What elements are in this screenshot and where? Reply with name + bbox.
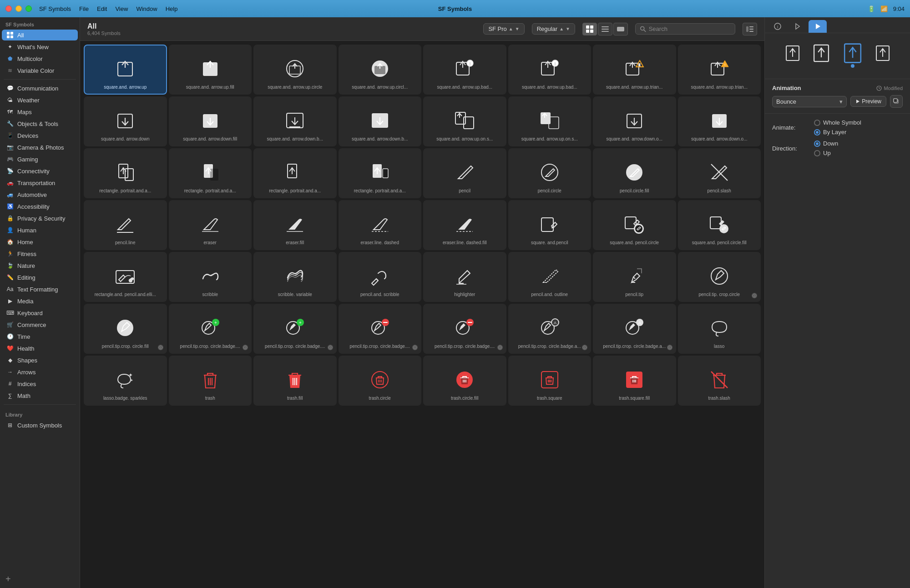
- symbol-cell-pencil-slash[interactable]: pencil.slash: [678, 148, 761, 198]
- symbol-cell-pencil-tip-badge-minus2[interactable]: pencil.tip.crop. circle.badge....ⓘ: [423, 304, 506, 354]
- symbol-cell-eraser-line-dashed-fill[interactable]: eraser.line. dashed.fill: [423, 200, 506, 250]
- symbol-cell-pencil-tip-badge-plus[interactable]: +pencil.tip.crop. circle.badge....ⓘ: [169, 304, 252, 354]
- symbol-cell-rect-portrait-a3[interactable]: rectangle. portrait.and.a...: [253, 148, 337, 198]
- symbol-cell-share-up-triangle[interactable]: !square.and. arrow.up.trian...: [593, 45, 676, 95]
- grid-view-button[interactable]: [582, 23, 597, 35]
- symbol-cell-pencil-tip[interactable]: pencil.tip: [593, 252, 676, 302]
- symbol-cell-trash[interactable]: trash: [169, 356, 252, 406]
- symbol-cell-rect-pencil-elli[interactable]: rectangle.and. pencil.and.elli...: [84, 252, 167, 302]
- sidebar-item-whats-new[interactable]: ✦ What's New: [2, 41, 78, 52]
- sidebar-toggle-button[interactable]: [743, 23, 757, 35]
- menu-window[interactable]: Window: [136, 5, 157, 12]
- symbol-cell-eraser-fill[interactable]: eraser.fill: [253, 200, 337, 250]
- symbol-cell-share-up-badge2[interactable]: !square.and. arrow.up.bad...: [508, 45, 592, 95]
- symbol-cell-pencil-tip-crop-fill[interactable]: pencil.tip.crop. circle.fillⓘ: [84, 304, 167, 354]
- minimize-button[interactable]: [15, 5, 22, 12]
- symbol-cell-square-pencil-circle-fill[interactable]: square.and. pencil.circle.fill: [678, 200, 761, 250]
- symbol-cell-trash-circle[interactable]: trash.circle: [339, 356, 422, 406]
- sidebar-item-shapes[interactable]: ◆ Shapes: [2, 355, 78, 366]
- symbol-cell-pencil-tip-badge-a2[interactable]: Apencil.tip.crop. circle.badge.a...ⓘ: [593, 304, 676, 354]
- animation-copy-button[interactable]: [890, 95, 903, 108]
- menu-app[interactable]: SF Symbols: [39, 5, 71, 12]
- symbol-cell-pencil-line[interactable]: pencil.line: [84, 200, 167, 250]
- symbol-cell-share-up-circle[interactable]: square.and. arrow.up.circle: [253, 45, 337, 95]
- symbol-cell-pencil-tip-badge-minus[interactable]: pencil.tip.crop. circle.badge....ⓘ: [339, 304, 422, 354]
- direction-down-option[interactable]: Down: [814, 140, 838, 147]
- tab-info[interactable]: i: [768, 20, 787, 33]
- symbol-cell-share-up[interactable]: square.and. arrow.up: [84, 45, 167, 95]
- symbol-cell-share-up-on-s2[interactable]: square.and. arrow.up.on.s...: [508, 96, 592, 146]
- symbol-cell-rect-portrait-a2[interactable]: rectangle. portrait.and.a...: [169, 148, 252, 198]
- symbol-cell-share-down-o2[interactable]: square.and. arrow.down.o...: [678, 96, 761, 146]
- symbol-cell-pencil-scribble[interactable]: pencil.and. scribble: [339, 252, 422, 302]
- list-view-button[interactable]: [598, 23, 612, 35]
- sidebar-item-editing[interactable]: ✏️ Editing: [2, 272, 78, 283]
- symbol-cell-share-down-o[interactable]: square.and. arrow.down.o...: [593, 96, 676, 146]
- tab-template[interactable]: [789, 20, 807, 33]
- symbol-cell-share-down-fill[interactable]: square.and. arrow.down.fill: [169, 96, 252, 146]
- symbol-cell-pencil-tip-crop[interactable]: pencil.tip. crop.circleⓘ: [678, 252, 761, 302]
- symbol-cell-lasso-sparkles[interactable]: ✦✦lasso.badge. sparkles: [84, 356, 167, 406]
- symbol-cell-share-down-b2[interactable]: square.and. arrow.down.b...: [339, 96, 422, 146]
- sidebar-item-maps[interactable]: 🗺 Maps: [2, 106, 78, 117]
- close-button[interactable]: [5, 5, 12, 12]
- animate-whole-symbol-option[interactable]: Whole Symbol: [814, 119, 861, 126]
- direction-down-radio[interactable]: [814, 141, 820, 147]
- sidebar-item-nature[interactable]: 🍃 Nature: [2, 260, 78, 271]
- sidebar-item-media[interactable]: ▶ Media: [2, 296, 78, 307]
- search-input[interactable]: [649, 25, 730, 32]
- sidebar-item-keyboard[interactable]: ⌨ Keyboard: [2, 307, 78, 318]
- symbol-cell-pencil-circle[interactable]: pencil.circle: [508, 148, 592, 198]
- symbol-cell-share-up-circle-fill[interactable]: square.and. arrow.up.circl...: [339, 45, 422, 95]
- sidebar-item-indices[interactable]: # Indices: [2, 378, 78, 389]
- menu-help[interactable]: Help: [166, 5, 178, 12]
- by-layer-radio[interactable]: [814, 129, 820, 136]
- sidebar-item-custom-symbols[interactable]: ⊞ Custom Symbols: [2, 420, 78, 431]
- sidebar-item-communication[interactable]: 💬 Communication: [2, 83, 78, 94]
- sidebar-item-transportation[interactable]: 🚗 Transportation: [2, 177, 78, 188]
- symbol-cell-highlighter[interactable]: highlighter: [423, 252, 506, 302]
- sidebar-item-home[interactable]: 🏠 Home: [2, 236, 78, 247]
- sidebar-item-privacy[interactable]: 🔒 Privacy & Security: [2, 213, 78, 224]
- animate-by-layer-option[interactable]: By Layer: [814, 129, 861, 136]
- symbol-cell-pencil-tip-badge-a[interactable]: Apencil.tip.crop. circle.badge.a...ⓘ: [508, 304, 592, 354]
- sidebar-item-connectivity[interactable]: 📡 Connectivity: [2, 166, 78, 176]
- tab-play[interactable]: [809, 20, 827, 33]
- sidebar-item-commerce[interactable]: 🛒 Commerce: [2, 319, 78, 330]
- preview-variant-4[interactable]: [873, 43, 893, 63]
- menu-edit[interactable]: Edit: [97, 5, 107, 12]
- symbol-cell-trash-square-fill[interactable]: trash.square.fill: [593, 356, 676, 406]
- add-library-button[interactable]: +: [0, 570, 80, 588]
- sidebar-item-text-formatting[interactable]: Aa Text Formatting: [2, 284, 78, 295]
- symbol-cell-eraser-line-dashed[interactable]: eraser.line. dashed: [339, 200, 422, 250]
- symbol-cell-scribble[interactable]: scribble: [169, 252, 252, 302]
- preview-variant-2[interactable]: [810, 42, 833, 65]
- symbol-cell-share-up-triangle2[interactable]: !square.and. arrow.up.trian...: [678, 45, 761, 95]
- sidebar-item-devices[interactable]: 📱 Devices: [2, 130, 78, 141]
- sidebar-item-objects-tools[interactable]: 🔧 Objects & Tools: [2, 118, 78, 129]
- sidebar-item-gaming[interactable]: 🎮 Gaming: [2, 154, 78, 165]
- symbol-cell-pencil-circle-fill[interactable]: pencil.circle.fill: [593, 148, 676, 198]
- sidebar-item-camera[interactable]: 📷 Camera & Photos: [2, 142, 78, 153]
- whole-symbol-radio[interactable]: [814, 120, 820, 126]
- gallery-view-button[interactable]: [613, 23, 628, 35]
- symbol-cell-pencil[interactable]: pencil: [423, 148, 506, 198]
- symbol-cell-square-pencil-circle[interactable]: square.and. pencil.circle: [593, 200, 676, 250]
- symbol-cell-pencil-tip-badge-plus2[interactable]: +pencil.tip.crop. circle.badge....ⓘ: [253, 304, 337, 354]
- preview-variant-1[interactable]: [783, 43, 803, 63]
- direction-up-radio[interactable]: [814, 150, 820, 156]
- animation-type-select[interactable]: Bounce ▾: [772, 96, 847, 107]
- preview-variant-3[interactable]: [840, 40, 865, 66]
- sidebar-item-arrows[interactable]: → Arrows: [2, 367, 78, 377]
- font-selector[interactable]: SF Pro ▲ ▼: [483, 23, 524, 35]
- sidebar-item-accessibility[interactable]: ♿ Accessibility: [2, 201, 78, 212]
- sidebar-item-fitness[interactable]: 🏃 Fitness: [2, 248, 78, 259]
- symbol-cell-share-up-on-s[interactable]: square.and. arrow.up.on.s...: [423, 96, 506, 146]
- sidebar-item-automotive[interactable]: 🚙 Automotive: [2, 189, 78, 200]
- weight-selector[interactable]: Regular ▲ ▼: [532, 23, 575, 35]
- symbol-cell-share-up-badge[interactable]: !square.and. arrow.up.bad...: [423, 45, 506, 95]
- sidebar-item-time[interactable]: 🕐 Time: [2, 331, 78, 342]
- symbol-cell-share-up-fill[interactable]: square.and. arrow.up.fill: [169, 45, 252, 95]
- symbol-cell-eraser[interactable]: eraser: [169, 200, 252, 250]
- symbol-cell-trash-fill[interactable]: trash.fill: [253, 356, 337, 406]
